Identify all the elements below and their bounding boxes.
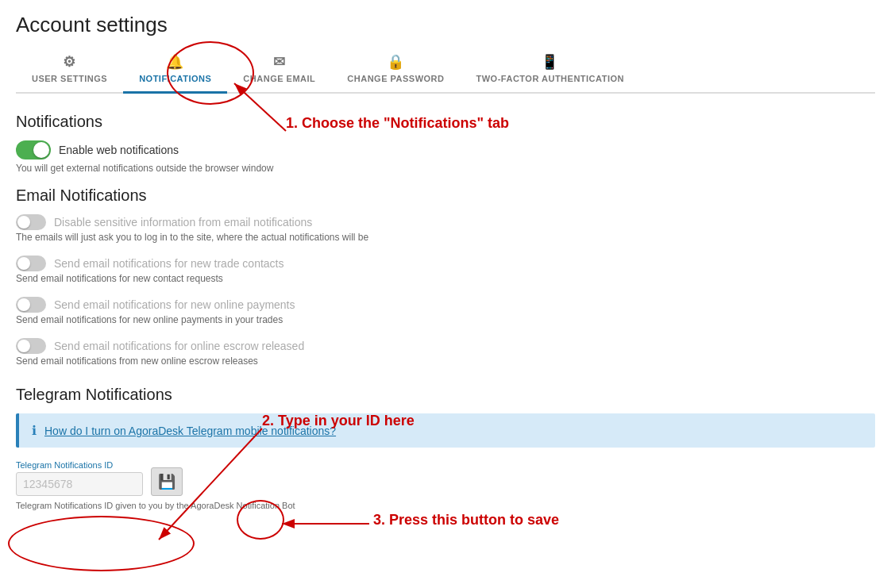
web-notifications-row: Enable web notifications: [16, 140, 875, 159]
notifications-title: Notifications: [16, 113, 875, 131]
tab-user-settings-label: USER SETTINGS: [32, 74, 107, 83]
email-toggle-label-1: Disable sensitive information from email…: [54, 216, 312, 229]
notifications-section: Notifications Enable web notifications Y…: [16, 113, 875, 510]
notification-icon: 🔔: [166, 53, 184, 71]
lock-icon: 🔒: [387, 53, 405, 71]
page-title: Account settings: [16, 13, 875, 37]
telegram-title: Telegram Notifications: [16, 386, 875, 404]
tab-change-email[interactable]: ✉ CHANGE EMAIL: [227, 47, 331, 94]
email-toggle-row-3: Send email notifications for new online …: [16, 297, 875, 313]
telegram-section: Telegram Notifications ℹ How do I turn o…: [16, 386, 875, 510]
email-toggle-label-2: Send email notifications for new trade c…: [54, 257, 284, 270]
web-notifications-label: Enable web notifications: [59, 144, 179, 156]
tab-user-settings[interactable]: ⚙ USER SETTINGS: [16, 47, 123, 94]
tab-change-email-label: CHANGE EMAIL: [243, 74, 315, 83]
save-button[interactable]: 💾: [151, 467, 183, 496]
tab-notifications[interactable]: 🔔 NOTIFICATIONS: [123, 47, 227, 94]
telegram-info-link[interactable]: How do I turn on AgoraDesk Telegram mobi…: [44, 425, 336, 437]
save-icon: 💾: [158, 473, 176, 490]
email-toggle-label-4: Send email notifications for online escr…: [54, 340, 304, 352]
telegram-id-wrapper: Telegram Notifications ID: [16, 460, 143, 496]
tab-change-password-label: CHANGE PASSWORD: [347, 74, 444, 83]
phone-icon: 📱: [541, 53, 559, 71]
telegram-id-label: Telegram Notifications ID: [16, 460, 143, 470]
email-toggle-row-4: Send email notifications for online escr…: [16, 338, 875, 354]
telegram-id-hint: Telegram Notifications ID given to you b…: [16, 501, 875, 510]
tab-change-password[interactable]: 🔒 CHANGE PASSWORD: [331, 47, 460, 94]
telegram-id-input[interactable]: [16, 472, 143, 496]
settings-icon: ⚙: [63, 53, 76, 71]
tab-two-factor-label: TWO-FACTOR AUTHENTICATION: [476, 74, 624, 83]
email-toggle-row-1: Disable sensitive information from email…: [16, 214, 875, 230]
email-icon: ✉: [273, 53, 286, 71]
email-toggle-label-3: Send email notifications for new online …: [54, 298, 295, 311]
telegram-id-field-group: Telegram Notifications ID 💾: [16, 460, 875, 496]
email-toggle-helper-3: Send email notifications for new online …: [16, 314, 875, 325]
info-icon: ℹ: [32, 423, 37, 438]
tab-notifications-label: NOTIFICATIONS: [139, 74, 211, 83]
tabs-container: ⚙ USER SETTINGS 🔔 NOTIFICATIONS ✉ CHANGE…: [16, 47, 875, 94]
email-toggle-1[interactable]: [16, 214, 46, 230]
circle-input-field: [8, 516, 195, 571]
email-notifications-title: Email Notifications: [16, 186, 875, 205]
email-toggle-helper-1: The emails will just ask you to log in t…: [16, 232, 875, 243]
email-toggle-helper-4: Send email notifications from new online…: [16, 355, 875, 367]
annotation-step3: 3. Press this button to save: [373, 512, 559, 528]
email-toggle-row-2: Send email notifications for new trade c…: [16, 256, 875, 271]
email-toggle-3[interactable]: [16, 297, 46, 313]
email-toggle-2[interactable]: [16, 256, 46, 271]
email-toggle-4[interactable]: [16, 338, 46, 354]
tab-two-factor[interactable]: 📱 TWO-FACTOR AUTHENTICATION: [461, 47, 640, 94]
telegram-info-banner: ℹ How do I turn on AgoraDesk Telegram mo…: [16, 413, 875, 448]
web-notifications-helper: You will get external notifications outs…: [16, 163, 875, 174]
email-notifications-section: Email Notifications Disable sensitive in…: [16, 186, 875, 367]
web-notifications-toggle[interactable]: [16, 140, 51, 159]
email-toggle-helper-2: Send email notifications for new contact…: [16, 273, 875, 284]
